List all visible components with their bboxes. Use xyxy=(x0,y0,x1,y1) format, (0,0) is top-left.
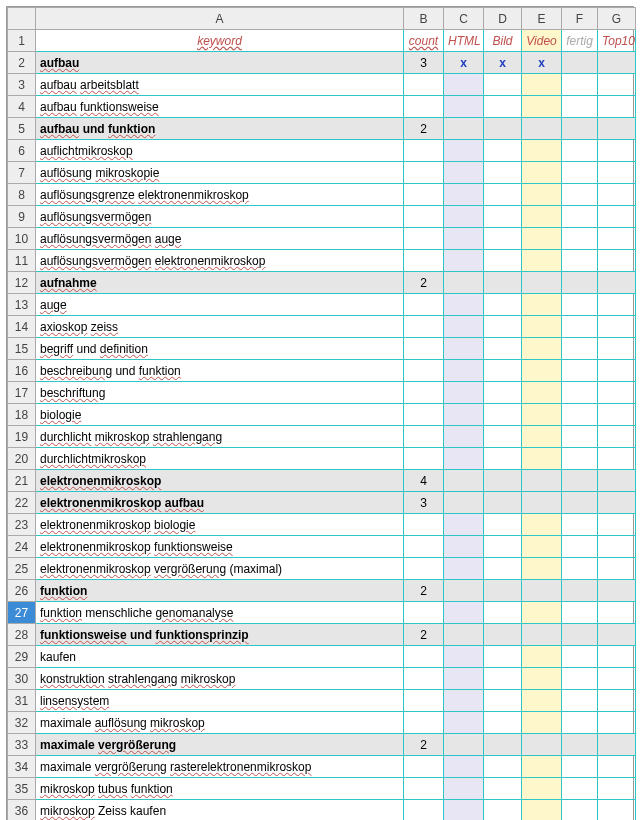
cell-keyword[interactable]: aufbau und funktion xyxy=(36,118,404,140)
col-header-b[interactable]: B xyxy=(404,8,444,30)
cell-f[interactable] xyxy=(562,668,598,690)
row-header[interactable]: 18 xyxy=(8,404,36,426)
cell-f[interactable] xyxy=(562,426,598,448)
cell-b[interactable] xyxy=(404,426,444,448)
row-header[interactable]: 32 xyxy=(8,712,36,734)
grid[interactable]: A B C D E F G 1 keyword count HTML Bild … xyxy=(7,7,636,820)
cell-c[interactable] xyxy=(444,602,484,624)
cell-c[interactable] xyxy=(444,162,484,184)
cell-g[interactable] xyxy=(598,492,636,514)
cell-f[interactable] xyxy=(562,338,598,360)
cell-b[interactable]: 3 xyxy=(404,492,444,514)
cell-e[interactable] xyxy=(522,580,562,602)
col-header-e[interactable]: E xyxy=(522,8,562,30)
cell-d[interactable] xyxy=(484,74,522,96)
cell-b[interactable]: 2 xyxy=(404,118,444,140)
cell-d[interactable] xyxy=(484,184,522,206)
cell-g[interactable] xyxy=(598,756,636,778)
cell-c[interactable] xyxy=(444,448,484,470)
cell-b[interactable] xyxy=(404,162,444,184)
cell-e[interactable] xyxy=(522,712,562,734)
cell-e[interactable] xyxy=(522,426,562,448)
cell-e[interactable] xyxy=(522,162,562,184)
cell-d[interactable] xyxy=(484,800,522,821)
cell-c[interactable] xyxy=(444,382,484,404)
row-header[interactable]: 36 xyxy=(8,800,36,821)
row-header[interactable]: 13 xyxy=(8,294,36,316)
header-html[interactable]: HTML xyxy=(444,30,484,52)
cell-e[interactable] xyxy=(522,338,562,360)
row-header[interactable]: 17 xyxy=(8,382,36,404)
cell-b[interactable] xyxy=(404,250,444,272)
cell-keyword[interactable]: auflösungsgrenze elektronenmikroskop xyxy=(36,184,404,206)
row-header[interactable]: 7 xyxy=(8,162,36,184)
cell-d[interactable] xyxy=(484,646,522,668)
cell-g[interactable] xyxy=(598,426,636,448)
cell-b[interactable] xyxy=(404,558,444,580)
cell-g[interactable] xyxy=(598,96,636,118)
cell-d[interactable] xyxy=(484,514,522,536)
cell-f[interactable] xyxy=(562,272,598,294)
row-header[interactable]: 2 xyxy=(8,52,36,74)
cell-e[interactable] xyxy=(522,294,562,316)
row-header[interactable]: 29 xyxy=(8,646,36,668)
row-header[interactable]: 31 xyxy=(8,690,36,712)
cell-f[interactable] xyxy=(562,602,598,624)
cell-d[interactable]: x xyxy=(484,52,522,74)
cell-e[interactable] xyxy=(522,646,562,668)
header-video[interactable]: Video xyxy=(522,30,562,52)
row-header[interactable]: 11 xyxy=(8,250,36,272)
cell-d[interactable] xyxy=(484,228,522,250)
cell-d[interactable] xyxy=(484,602,522,624)
cell-g[interactable] xyxy=(598,294,636,316)
cell-g[interactable] xyxy=(598,580,636,602)
cell-e[interactable] xyxy=(522,74,562,96)
cell-c[interactable] xyxy=(444,272,484,294)
cell-e[interactable] xyxy=(522,228,562,250)
row-header[interactable]: 25 xyxy=(8,558,36,580)
cell-b[interactable] xyxy=(404,712,444,734)
header-bild[interactable]: Bild xyxy=(484,30,522,52)
cell-f[interactable] xyxy=(562,74,598,96)
cell-b[interactable] xyxy=(404,96,444,118)
cell-keyword[interactable]: auflösungsvermögen auge xyxy=(36,228,404,250)
header-keyword[interactable]: keyword xyxy=(36,30,404,52)
cell-c[interactable] xyxy=(444,96,484,118)
cell-d[interactable] xyxy=(484,162,522,184)
cell-b[interactable] xyxy=(404,448,444,470)
cell-c[interactable] xyxy=(444,514,484,536)
cell-c[interactable] xyxy=(444,470,484,492)
cell-c[interactable] xyxy=(444,316,484,338)
cell-keyword[interactable]: aufbau xyxy=(36,52,404,74)
cell-c[interactable] xyxy=(444,338,484,360)
row-header[interactable]: 12 xyxy=(8,272,36,294)
cell-keyword[interactable]: elektronenmikroskop biologie xyxy=(36,514,404,536)
cell-keyword[interactable]: auflösungsvermögen xyxy=(36,206,404,228)
cell-d[interactable] xyxy=(484,140,522,162)
cell-g[interactable] xyxy=(598,624,636,646)
row-header[interactable]: 9 xyxy=(8,206,36,228)
cell-e[interactable] xyxy=(522,184,562,206)
cell-c[interactable]: x xyxy=(444,52,484,74)
cell-c[interactable] xyxy=(444,404,484,426)
cell-f[interactable] xyxy=(562,536,598,558)
cell-f[interactable] xyxy=(562,184,598,206)
cell-f[interactable] xyxy=(562,624,598,646)
cell-e[interactable]: x xyxy=(522,52,562,74)
cell-b[interactable] xyxy=(404,74,444,96)
cell-g[interactable] xyxy=(598,140,636,162)
row-header[interactable]: 24 xyxy=(8,536,36,558)
cell-f[interactable] xyxy=(562,316,598,338)
cell-e[interactable] xyxy=(522,492,562,514)
cell-f[interactable] xyxy=(562,228,598,250)
cell-d[interactable] xyxy=(484,734,522,756)
cell-e[interactable] xyxy=(522,448,562,470)
cell-keyword[interactable]: elektronenmikroskop xyxy=(36,470,404,492)
row-header[interactable]: 28 xyxy=(8,624,36,646)
cell-e[interactable] xyxy=(522,316,562,338)
cell-c[interactable] xyxy=(444,294,484,316)
cell-b[interactable] xyxy=(404,602,444,624)
cell-keyword[interactable]: maximale auflösung mikroskop xyxy=(36,712,404,734)
cell-e[interactable] xyxy=(522,536,562,558)
cell-d[interactable] xyxy=(484,470,522,492)
